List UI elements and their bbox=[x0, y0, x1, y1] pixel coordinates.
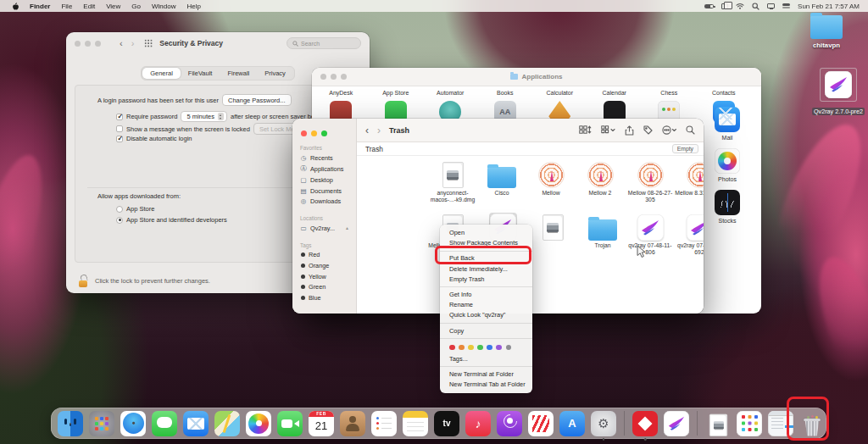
menu-help[interactable]: Help bbox=[186, 3, 200, 10]
forward-icon[interactable]: › bbox=[131, 38, 135, 48]
applications-titlebar[interactable]: Applications bbox=[312, 68, 761, 86]
app-label[interactable]: Automator bbox=[423, 90, 478, 96]
tab-general[interactable]: General bbox=[142, 68, 181, 79]
menu-view[interactable]: View bbox=[106, 3, 120, 10]
app-label[interactable]: Calculator bbox=[532, 90, 587, 96]
sidebar-tag-green[interactable]: Green bbox=[292, 281, 356, 292]
file-mellow[interactable]: Mellow bbox=[526, 159, 576, 197]
file-mellow-2[interactable]: Mellow 2 bbox=[576, 159, 625, 197]
app-label[interactable]: App Store bbox=[369, 90, 424, 96]
menu-item-rename[interactable]: Rename bbox=[440, 300, 532, 310]
file-mellow-831[interactable]: Mellow 8.31.26 AM bbox=[675, 159, 704, 197]
app-label[interactable]: Books bbox=[478, 90, 533, 96]
menu-item-copy[interactable]: Copy bbox=[440, 326, 532, 336]
app-label[interactable]: Contacts bbox=[697, 90, 752, 96]
desktop-app-qv2ray[interactable]: Qv2ray 2.7.0-pre2 bbox=[812, 68, 865, 117]
menu-clock[interactable]: Sun Feb 21 7:57 AM bbox=[798, 3, 860, 10]
dock-notes[interactable] bbox=[403, 411, 428, 436]
back-icon[interactable]: ‹ bbox=[365, 125, 369, 136]
show-all-icon[interactable] bbox=[144, 39, 153, 47]
unlock-icon[interactable] bbox=[78, 275, 88, 287]
dock-music[interactable]: ♪ bbox=[465, 411, 491, 436]
menu-item-quick-look[interactable]: Quick Look "qv2ray" bbox=[440, 310, 532, 320]
file-anyconnect-dmg[interactable]: anyconnect-macos-...-k9.dmg bbox=[428, 159, 477, 203]
menu-item-new-terminal-tab[interactable]: New Terminal Tab at Folder bbox=[440, 380, 532, 390]
window-controls[interactable] bbox=[292, 127, 356, 136]
dock-calendar[interactable]: FEB21 bbox=[309, 411, 334, 436]
sidebar-item-downloads[interactable]: ◎Downloads bbox=[292, 196, 356, 207]
security-titlebar[interactable]: ‹› Security & Privacy Search bbox=[66, 32, 370, 54]
menu-go[interactable]: Go bbox=[131, 3, 141, 10]
sidebar-tag-red[interactable]: Red bbox=[292, 250, 356, 261]
menu-item-show-package-contents[interactable]: Show Package Contents bbox=[440, 238, 532, 248]
zoom-icon[interactable] bbox=[95, 41, 101, 47]
sidebar-item-qv2ray-volume[interactable]: ▭Qv2ray...▲ bbox=[292, 223, 356, 234]
share-icon[interactable] bbox=[625, 125, 634, 136]
tag-yellow-icon[interactable] bbox=[468, 345, 474, 351]
display-icon[interactable] bbox=[767, 3, 775, 8]
dock-app-store[interactable]: A bbox=[559, 411, 585, 436]
dock-anydesk[interactable] bbox=[632, 411, 658, 436]
desktop-stack-icon[interactable] bbox=[721, 3, 728, 9]
tag-purple-icon[interactable] bbox=[496, 345, 502, 351]
dock-system-preferences[interactable]: ⚙ bbox=[591, 411, 616, 436]
empty-trash-button[interactable]: Empty bbox=[672, 144, 698, 153]
show-message-checkbox[interactable] bbox=[116, 125, 123, 132]
dock-launchpad[interactable] bbox=[89, 411, 114, 436]
tag-icon[interactable] bbox=[643, 125, 653, 135]
file-qv2ray-0748[interactable]: qv2ray 07-48-11-806 bbox=[626, 212, 675, 256]
view-options-icon[interactable] bbox=[601, 125, 615, 135]
zoom-icon[interactable] bbox=[321, 130, 327, 136]
dock-maps[interactable] bbox=[214, 411, 240, 436]
dock-disk-image[interactable] bbox=[705, 411, 731, 436]
tag-green-icon[interactable] bbox=[477, 345, 483, 351]
dock-contacts[interactable] bbox=[340, 411, 365, 436]
dock-news[interactable] bbox=[528, 411, 554, 436]
menu-item-get-info[interactable]: Get Info bbox=[440, 290, 532, 300]
desktop-folder-chitavpn[interactable]: chitavpn bbox=[807, 15, 846, 49]
file-mellow-08[interactable]: Mellow 08-26-27-305 bbox=[626, 159, 675, 203]
close-icon[interactable] bbox=[75, 41, 81, 47]
tag-orange-icon[interactable] bbox=[459, 345, 465, 351]
menu-window[interactable]: Window bbox=[152, 3, 175, 10]
menu-finder[interactable]: Finder bbox=[30, 3, 50, 10]
forward-icon[interactable]: › bbox=[377, 125, 381, 136]
sidebar-item-recents[interactable]: ◷Recents bbox=[292, 153, 356, 164]
tab-privacy[interactable]: Privacy bbox=[257, 68, 293, 79]
interval-dropdown[interactable]: 5 minutes bbox=[181, 111, 227, 122]
dock-qv2ray[interactable] bbox=[664, 411, 689, 436]
file-qv2ray-0750[interactable]: qv2ray 07-50-03-692 bbox=[675, 212, 704, 256]
menu-item-put-back[interactable]: Put Back bbox=[440, 253, 532, 264]
app-item-stocks[interactable]: Stocks bbox=[702, 190, 753, 224]
battery-icon[interactable] bbox=[704, 4, 714, 8]
minimize-icon[interactable] bbox=[311, 130, 317, 136]
tab-filevault[interactable]: FileVault bbox=[181, 68, 220, 79]
menu-item-empty-trash[interactable]: Empty Trash bbox=[440, 275, 532, 285]
dock-trash[interactable] bbox=[799, 411, 825, 436]
search-icon[interactable] bbox=[686, 125, 695, 135]
spotlight-icon[interactable] bbox=[752, 3, 760, 10]
window-controls[interactable] bbox=[75, 41, 101, 47]
identified-developers-radio[interactable] bbox=[116, 217, 123, 224]
dock-finder[interactable] bbox=[58, 411, 83, 436]
more-actions-icon[interactable] bbox=[662, 125, 676, 135]
require-password-checkbox[interactable] bbox=[116, 114, 123, 120]
menu-file[interactable]: File bbox=[61, 3, 72, 10]
sidebar-item-applications[interactable]: ⒶApplications bbox=[292, 164, 356, 175]
wifi-icon[interactable] bbox=[736, 3, 744, 9]
app-item-photos[interactable]: Photos bbox=[702, 148, 753, 182]
file-cisco-folder[interactable]: Cisco bbox=[477, 159, 526, 197]
sidebar-tag-orange[interactable]: Orange bbox=[292, 260, 356, 271]
dock-facetime[interactable] bbox=[277, 411, 303, 436]
apple-menu-icon[interactable] bbox=[11, 2, 19, 11]
sidebar-tag-yellow[interactable]: Yellow bbox=[292, 271, 356, 282]
control-center-icon[interactable] bbox=[782, 3, 790, 9]
dock-minimized-window[interactable] bbox=[768, 411, 793, 436]
dock-podcasts[interactable] bbox=[497, 411, 522, 436]
search-input[interactable]: Search bbox=[287, 37, 361, 49]
close-icon[interactable] bbox=[301, 130, 307, 136]
minimize-icon[interactable] bbox=[85, 41, 91, 47]
menu-edit[interactable]: Edit bbox=[83, 3, 95, 10]
file-hidden-behind-menu[interactable] bbox=[528, 212, 577, 242]
sidebar-item-documents[interactable]: ▤Documents bbox=[292, 186, 356, 197]
